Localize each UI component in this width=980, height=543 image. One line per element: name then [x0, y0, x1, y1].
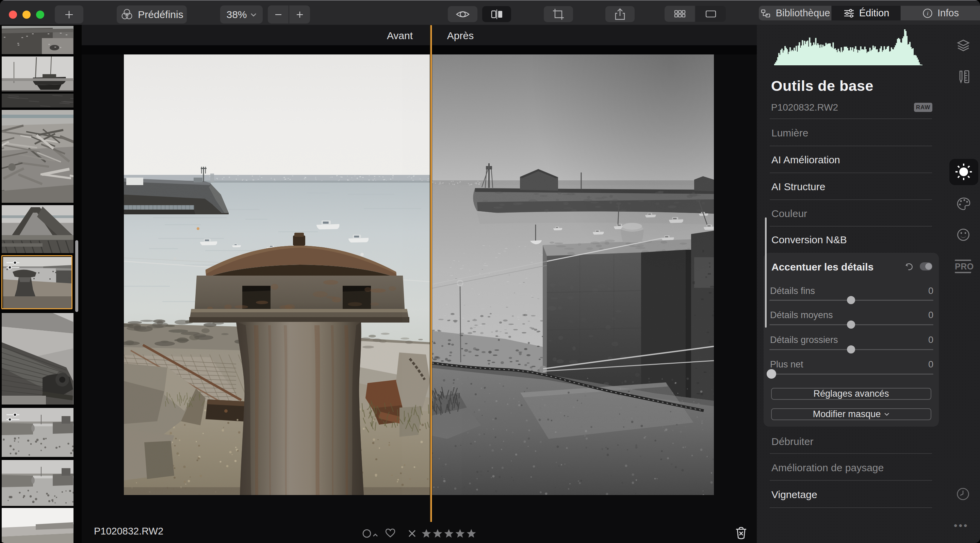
svg-text:i: i [927, 10, 929, 17]
